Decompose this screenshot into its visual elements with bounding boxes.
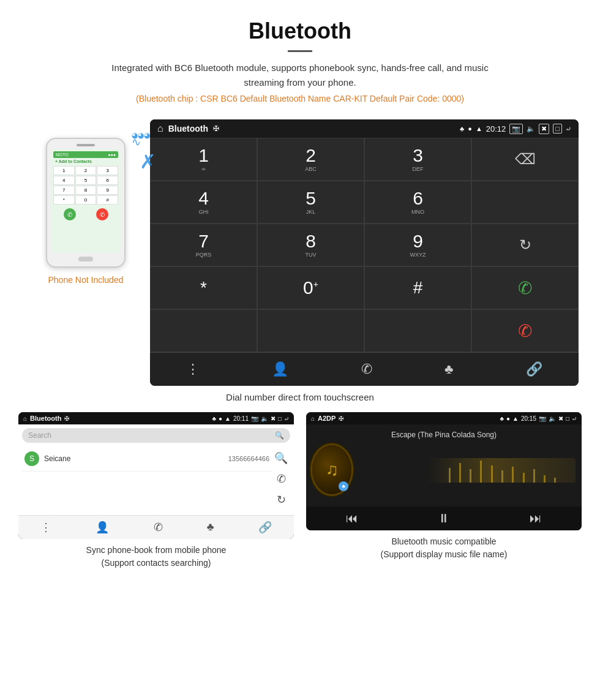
key-0[interactable]: 0+: [257, 266, 364, 309]
nav-link-icon[interactable]: 🔗: [516, 358, 552, 381]
bt-status-icon: ♣: [460, 125, 464, 132]
key-hash[interactable]: #: [364, 266, 471, 309]
usb-icon: ✠: [213, 124, 219, 133]
nav-bluetooth-nav-icon[interactable]: ♣: [435, 358, 463, 381]
pb-time: 20:11: [233, 415, 249, 422]
music-controls: ⏮ ⏸ ⏭: [306, 506, 582, 530]
key-empty-r5-2: [257, 309, 364, 352]
key-8[interactable]: 8 TUV: [257, 224, 364, 266]
pb-home-icon: ⌂: [23, 415, 27, 422]
pb-side-reload-icon[interactable]: ↻: [277, 493, 286, 506]
pb-bt-icon: ♣: [212, 415, 216, 422]
mu-cam-icon: 📷: [539, 415, 546, 422]
time-display: 20:12: [486, 124, 506, 134]
key-3[interactable]: 3 DEF: [364, 138, 471, 181]
phonebook-caption: Sync phone-book from mobile phone(Suppor…: [18, 544, 294, 570]
title-divider: [288, 50, 312, 52]
phonebook-status-bar: ⌂ Bluetooth ✠ ♣ ● ▲ 20:11 📷 🔈 ✖ □ ⤾: [18, 412, 294, 424]
page-title: Bluetooth: [24, 18, 576, 44]
wifi-status-icon: ▲: [476, 125, 482, 132]
key-end[interactable]: ✆: [471, 309, 579, 352]
location-icon: ●: [468, 125, 472, 132]
key-empty-r5-3: [364, 309, 471, 352]
window-icon: □: [553, 124, 562, 134]
mu-home-icon: ⌂: [311, 415, 315, 422]
phonebook-bottom-nav: ⋮ 👤 ✆ ♣ 🔗: [18, 515, 294, 539]
music-block: ⌂ A2DP ✠ ♣ ● ▲ 20:15 📷 🔈 ✖ □ ⤾: [306, 412, 582, 570]
key-9[interactable]: 9 WXYZ: [364, 224, 471, 266]
bt-specs: (Bluetooth chip : CSR BC6 Default Blueto…: [24, 94, 576, 103]
pb-nav-bt-icon[interactable]: ♣: [207, 521, 214, 534]
pb-wifi-icon: ▲: [225, 415, 231, 422]
nav-contacts-icon[interactable]: 👤: [262, 358, 298, 381]
dial-screen-label: Bluetooth: [168, 124, 208, 134]
mu-wifi-icon: ▲: [512, 415, 519, 422]
dial-bottom-nav: ⋮ 👤 ✆ ♣ 🔗: [150, 352, 579, 386]
phonebook-screen: ⌂ Bluetooth ✠ ♣ ● ▲ 20:11 📷 🔈 ✖ □ ⤾: [18, 412, 294, 539]
bottom-screens: ⌂ Bluetooth ✠ ♣ ● ▲ 20:11 📷 🔈 ✖ □ ⤾: [0, 412, 600, 570]
key-backspace[interactable]: ⌫: [471, 138, 579, 181]
play-pause-icon[interactable]: ⏸: [438, 511, 450, 525]
music-screen: ⌂ A2DP ✠ ♣ ● ▲ 20:15 📷 🔈 ✖ □ ⤾: [306, 412, 582, 530]
home-icon: ⌂: [157, 123, 163, 134]
pb-nav-link2-icon[interactable]: 🔗: [258, 521, 272, 534]
dial-caption: Dial number direct from touchscreen: [0, 392, 600, 402]
music-content: Escape (The Pina Colada Song) ♫ ♣: [306, 424, 582, 506]
key-empty-r2: [471, 181, 579, 224]
back-icon: ⤾: [566, 125, 571, 133]
nav-calls-icon[interactable]: ✆: [351, 358, 382, 381]
pb-side-call-icon[interactable]: ✆: [277, 472, 286, 486]
volume-icon: 🔈: [527, 125, 535, 133]
phonebook-block: ⌂ Bluetooth ✠ ♣ ● ▲ 20:11 📷 🔈 ✖ □ ⤾: [18, 412, 294, 570]
key-empty-r5-1: [150, 309, 257, 352]
nav-keypad-icon[interactable]: ⋮: [176, 358, 209, 381]
phonebook-sidebar: 🔍 ✆ ↻: [272, 446, 290, 511]
dial-screen: ⌂ Bluetooth ✠ ♣ ● ▲ 20:12 📷 🔈 ✖ □ ⤾ 1 ∞: [150, 119, 579, 386]
music-caption: Bluetooth music compatible(Support displ…: [306, 535, 582, 561]
pb-nav-user-icon[interactable]: 👤: [96, 521, 109, 534]
key-1[interactable]: 1 ∞: [150, 138, 257, 181]
phonebook-list: S Seicane 13566664466: [22, 446, 272, 511]
key-reload[interactable]: ↻: [471, 224, 579, 266]
mu-usb-icon: ✠: [339, 415, 343, 422]
phone-illustration-area: ◕◕◕ ∿ ✗ MOTO ●●● + Add to Contacts: [21, 119, 150, 285]
page-description: Integrated with BC6 Bluetooth module, su…: [98, 61, 502, 90]
pb-cam-icon: 📷: [251, 415, 258, 422]
key-star[interactable]: *: [150, 266, 257, 309]
album-art: ♫ ♣: [312, 445, 351, 494]
page-header: Bluetooth Integrated with BC6 Bluetooth …: [0, 0, 600, 119]
mu-vol-icon: 🔈: [549, 415, 556, 422]
phone-not-included-label: Phone Not Included: [48, 275, 124, 285]
mu-bt-icon: ♣: [500, 415, 504, 422]
mu-loc-icon: ●: [506, 415, 510, 422]
next-track-icon[interactable]: ⏭: [530, 511, 542, 525]
pb-sq-icon: □: [278, 415, 282, 422]
key-call[interactable]: ✆: [471, 266, 579, 309]
key-7[interactable]: 7 PQRS: [150, 224, 257, 266]
key-2[interactable]: 2 ABC: [257, 138, 364, 181]
pb-screen-label: Bluetooth: [30, 415, 61, 422]
wifi-waves-icon: ◕◕◕ ∿: [132, 132, 150, 148]
phonebook-search-bar[interactable]: Search 🔍: [22, 428, 290, 443]
mu-x-icon: ✖: [558, 415, 563, 422]
key-4[interactable]: 4 GHI: [150, 181, 257, 224]
search-placeholder: Search: [28, 431, 51, 440]
song-title: Escape (The Pina Colada Song): [312, 431, 576, 439]
equalizer: [364, 458, 576, 483]
phonebook-content: Search 🔍 S Seicane 13566664466 🔍 ✆: [18, 424, 294, 515]
key-6[interactable]: 6 MNO: [364, 181, 471, 224]
contact-row[interactable]: S Seicane 13566664466: [22, 446, 272, 472]
music-note-icon: ♫: [326, 460, 339, 480]
prev-track-icon[interactable]: ⏮: [346, 511, 358, 525]
pb-side-search-icon[interactable]: 🔍: [274, 451, 288, 465]
mu-back-icon: ⤾: [572, 415, 577, 422]
pb-vol-icon: 🔈: [261, 415, 268, 422]
pb-nav-grid-icon[interactable]: ⋮: [40, 521, 51, 534]
contact-name: Seicane: [44, 454, 228, 463]
key-5[interactable]: 5 JKL: [257, 181, 364, 224]
camera-icon: 📷: [509, 124, 523, 134]
close-icon: ✖: [539, 124, 549, 134]
pb-nav-phone-icon[interactable]: ✆: [154, 521, 163, 534]
dial-status-bar: ⌂ Bluetooth ✠ ♣ ● ▲ 20:12 📷 🔈 ✖ □ ⤾: [150, 119, 579, 138]
contact-avatar: S: [24, 451, 39, 466]
